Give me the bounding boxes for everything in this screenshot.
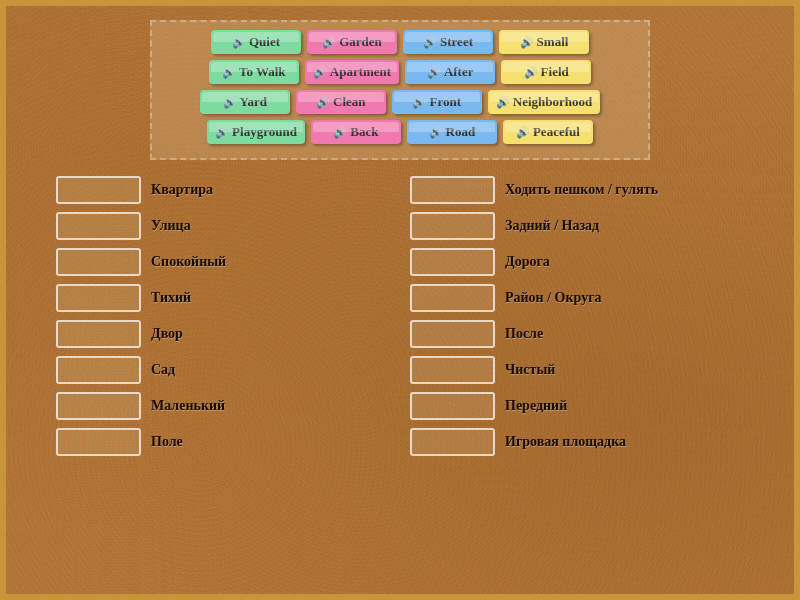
match-label: После xyxy=(505,326,543,342)
match-label: Чистый xyxy=(505,362,555,378)
match-label: Спокойный xyxy=(151,254,226,270)
match-label: Улица xyxy=(151,218,191,234)
match-item: Ходить пешком / гулять xyxy=(410,176,744,204)
match-item: Передний xyxy=(410,392,744,420)
sound-icon[interactable]: 🔊 xyxy=(322,36,336,49)
drop-box[interactable] xyxy=(56,356,141,384)
cards-section: 🔊Quiet🔊Garden🔊Street🔊Small🔊To Walk🔊Apart… xyxy=(150,20,650,160)
cork-board: 🔊Quiet🔊Garden🔊Street🔊Small🔊To Walk🔊Apart… xyxy=(0,0,800,600)
sound-icon[interactable]: 🔊 xyxy=(516,126,530,139)
word-card[interactable]: 🔊Neighborhood xyxy=(488,90,600,114)
word-card[interactable]: 🔊Front xyxy=(392,90,482,114)
card-label: Yard xyxy=(240,94,267,110)
match-label: Маленький xyxy=(151,398,225,414)
word-card[interactable]: 🔊Small xyxy=(499,30,589,54)
match-item: Чистый xyxy=(410,356,744,384)
match-item: Двор xyxy=(56,320,390,348)
word-card[interactable]: 🔊Playground xyxy=(207,120,305,144)
card-label: Neighborhood xyxy=(513,94,592,110)
drop-box[interactable] xyxy=(410,320,495,348)
match-label: Сад xyxy=(151,362,175,378)
word-card[interactable]: 🔊Back xyxy=(311,120,401,144)
sound-icon[interactable]: 🔊 xyxy=(427,66,441,79)
match-item: Улица xyxy=(56,212,390,240)
match-item: Тихий xyxy=(56,284,390,312)
match-label: Игровая площадка xyxy=(505,434,626,450)
sound-icon[interactable]: 🔊 xyxy=(223,96,237,109)
word-card[interactable]: 🔊Clean xyxy=(296,90,386,114)
match-item: Игровая площадка xyxy=(410,428,744,456)
card-row: 🔊Quiet🔊Garden🔊Street🔊Small xyxy=(164,30,636,54)
sound-icon[interactable]: 🔊 xyxy=(429,126,443,139)
card-label: Peaceful xyxy=(533,124,580,140)
left-column: Квартира Улица Спокойный Тихий Двор Сад … xyxy=(56,176,390,464)
card-label: Quiet xyxy=(249,34,280,50)
drop-box[interactable] xyxy=(410,176,495,204)
word-card[interactable]: 🔊Garden xyxy=(307,30,397,54)
card-label: Road xyxy=(446,124,476,140)
card-label: Apartment xyxy=(330,64,391,80)
word-card[interactable]: 🔊Field xyxy=(501,60,591,84)
card-label: To Walk xyxy=(239,64,286,80)
match-label: Район / Округа xyxy=(505,290,602,306)
sound-icon[interactable]: 🔊 xyxy=(215,126,229,139)
card-row: 🔊To Walk🔊Apartment🔊After🔊Field xyxy=(164,60,636,84)
match-item: Маленький xyxy=(56,392,390,420)
match-item: Спокойный xyxy=(56,248,390,276)
word-card[interactable]: 🔊Street xyxy=(403,30,493,54)
card-label: After xyxy=(444,64,474,80)
drop-box[interactable] xyxy=(56,428,141,456)
match-item: Квартира xyxy=(56,176,390,204)
drop-box[interactable] xyxy=(410,248,495,276)
sound-icon[interactable]: 🔊 xyxy=(423,36,437,49)
card-label: Back xyxy=(350,124,378,140)
drop-box[interactable] xyxy=(410,392,495,420)
cards-container: 🔊Quiet🔊Garden🔊Street🔊Small🔊To Walk🔊Apart… xyxy=(164,30,636,144)
drop-box[interactable] xyxy=(410,356,495,384)
drop-box[interactable] xyxy=(56,176,141,204)
right-column: Ходить пешком / гулять Задний / Назад До… xyxy=(410,176,744,464)
match-item: Поле xyxy=(56,428,390,456)
word-card[interactable]: 🔊Quiet xyxy=(211,30,301,54)
matching-section: Квартира Улица Спокойный Тихий Двор Сад … xyxy=(16,166,784,474)
match-label: Ходить пешком / гулять xyxy=(505,182,658,198)
card-label: Playground xyxy=(232,124,297,140)
word-card[interactable]: 🔊Yard xyxy=(200,90,290,114)
match-label: Поле xyxy=(151,434,183,450)
word-card[interactable]: 🔊Peaceful xyxy=(503,120,593,144)
sound-icon[interactable]: 🔊 xyxy=(222,66,236,79)
drop-box[interactable] xyxy=(56,320,141,348)
sound-icon[interactable]: 🔊 xyxy=(313,66,327,79)
word-card[interactable]: 🔊Road xyxy=(407,120,497,144)
match-item: Дорога xyxy=(410,248,744,276)
sound-icon[interactable]: 🔊 xyxy=(232,36,246,49)
card-row: 🔊Playground🔊Back🔊Road🔊Peaceful xyxy=(164,120,636,144)
word-card[interactable]: 🔊Apartment xyxy=(305,60,399,84)
card-label: Street xyxy=(440,34,473,50)
drop-box[interactable] xyxy=(410,428,495,456)
drop-box[interactable] xyxy=(410,284,495,312)
sound-icon[interactable]: 🔊 xyxy=(316,96,330,109)
match-label: Передний xyxy=(505,398,567,414)
drop-box[interactable] xyxy=(56,212,141,240)
drop-box[interactable] xyxy=(410,212,495,240)
drop-box[interactable] xyxy=(56,248,141,276)
match-item: Район / Округа xyxy=(410,284,744,312)
card-label: Clean xyxy=(333,94,366,110)
card-label: Garden xyxy=(339,34,382,50)
drop-box[interactable] xyxy=(56,284,141,312)
sound-icon[interactable]: 🔊 xyxy=(524,66,538,79)
match-item: После xyxy=(410,320,744,348)
word-card[interactable]: 🔊After xyxy=(405,60,495,84)
drop-box[interactable] xyxy=(56,392,141,420)
sound-icon[interactable]: 🔊 xyxy=(412,96,426,109)
card-row: 🔊Yard🔊Clean🔊Front🔊Neighborhood xyxy=(164,90,636,114)
match-item: Сад xyxy=(56,356,390,384)
sound-icon[interactable]: 🔊 xyxy=(520,36,534,49)
sound-icon[interactable]: 🔊 xyxy=(496,96,510,109)
match-label: Тихий xyxy=(151,290,191,306)
card-label: Field xyxy=(541,64,569,80)
match-label: Квартира xyxy=(151,182,213,198)
sound-icon[interactable]: 🔊 xyxy=(333,126,347,139)
word-card[interactable]: 🔊To Walk xyxy=(209,60,299,84)
